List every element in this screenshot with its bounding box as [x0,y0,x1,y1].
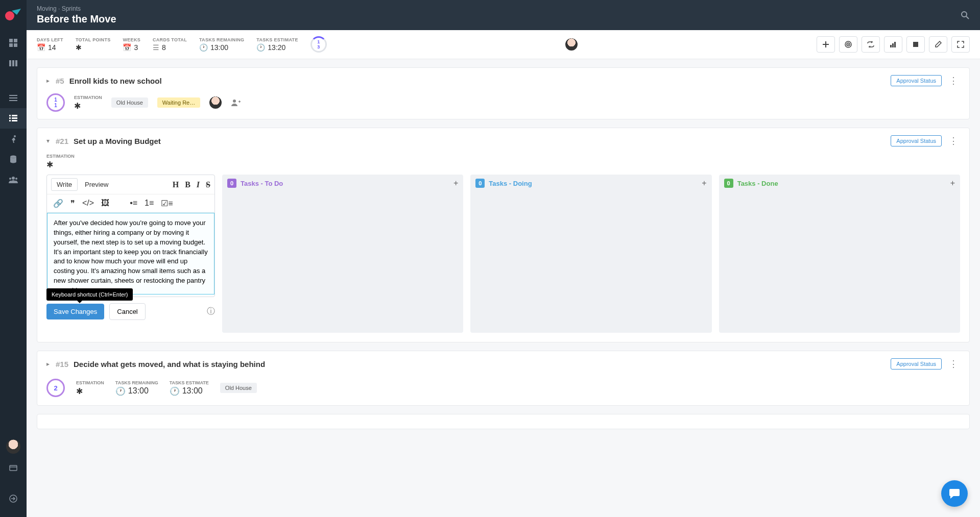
checklist-icon[interactable]: ☑≡ [161,199,173,208]
strikethrough-icon[interactable]: S [206,180,210,189]
chevron-right-icon[interactable]: ▸ [46,360,50,367]
code-icon[interactable]: </> [82,199,94,208]
stats-bar: DAYS LEFT 📅14 TOTAL POINTS ✱ WEEKS 📅3 CA… [27,30,980,59]
svg-rect-35 [913,42,918,47]
svg-rect-7 [15,60,17,66]
tab-preview[interactable]: Preview [80,179,113,190]
italic-icon[interactable]: I [197,180,200,189]
card-title[interactable]: Set up a Moving Budget [74,137,161,145]
progress-ring: 1 3 [310,36,327,53]
clock-icon: 🕐 [170,386,180,396]
tab-write[interactable]: Write [51,178,78,191]
svg-rect-16 [12,120,17,121]
ordered-list-icon[interactable]: 1≡ [145,199,154,208]
stat-tasks-estimate: TASKS ESTIMATE 🕐13:20 [256,37,298,52]
description-textarea[interactable] [47,213,214,294]
estimation-label: ESTIMATION [74,95,102,100]
card-number: #5 [56,77,64,85]
assignee-avatar[interactable] [564,37,579,52]
svg-point-0 [5,11,14,20]
column-todo: 0 Tasks - To Do + [222,175,463,333]
breadcrumb[interactable]: Moving · Sprints [37,5,116,12]
assignee-avatar[interactable] [209,96,222,109]
estimation-label: ESTIMATION [46,154,960,159]
estimation-value: ✱ [46,160,960,169]
image-icon[interactable]: 🖼 [101,199,109,208]
svg-point-21 [15,178,17,180]
stat-total-points: TOTAL POINTS ✱ [76,37,111,52]
approval-status-button[interactable]: Approval Status [891,358,942,370]
clock-icon: 🕐 [199,43,208,52]
bold-icon[interactable]: B [185,180,190,189]
nav-menu-icon[interactable] [0,88,27,108]
nav-team-icon[interactable] [0,169,27,190]
content-area: ▸ #5 Enroll kids to new school Approval … [27,59,980,517]
app-logo[interactable] [3,4,23,24]
chevron-down-icon[interactable]: ▾ [46,137,50,144]
add-button[interactable] [817,36,835,53]
kanban-columns: 0 Tasks - To Do + 0 Tasks - Doing + [222,175,960,333]
svg-rect-11 [9,115,11,116]
page-title: Before the Move [37,13,116,25]
done-count: 0 [724,179,733,188]
card-title[interactable]: Enroll kids to new school [69,77,162,85]
link-icon[interactable]: 🔗 [53,199,63,208]
add-person-icon[interactable] [231,99,241,106]
edit-icon[interactable] [929,36,947,53]
description-editor: Write Preview H B I S [46,175,215,297]
svg-rect-9 [9,97,17,99]
chevron-right-icon[interactable]: ▸ [46,77,50,84]
add-task-icon[interactable]: + [453,179,458,188]
card-enroll-kids: ▸ #5 Enroll kids to new school Approval … [37,67,970,119]
help-icon[interactable]: ⓘ [207,306,215,317]
approval-status-button[interactable]: Approval Status [891,135,942,146]
svg-point-19 [12,177,15,180]
add-task-icon[interactable]: + [950,179,955,188]
svg-rect-22 [10,465,17,471]
tag-old-house[interactable]: Old House [220,383,257,393]
calendar-icon: 📅 [123,43,131,52]
cancel-button[interactable]: Cancel [109,303,145,320]
bullet-list-icon[interactable]: •≡ [130,199,137,208]
card-title[interactable]: Decide what gets moved, and what is stay… [74,360,265,368]
estimation-value: ✱ [74,101,102,111]
nav-card-icon[interactable] [0,458,27,478]
tag-waiting[interactable]: Waiting Re… [157,97,200,108]
svg-rect-3 [9,43,13,47]
add-task-icon[interactable]: + [702,179,706,188]
svg-rect-6 [12,60,14,66]
chat-fab[interactable] [941,480,968,507]
nav-list-icon[interactable] [0,108,27,129]
svg-rect-12 [12,115,17,116]
card-placeholder [37,414,970,429]
save-button[interactable]: Save Changes [46,304,104,319]
nav-boards-icon[interactable] [0,53,27,73]
search-icon[interactable] [961,11,970,20]
nav-dashboard-icon[interactable] [0,33,27,53]
nav-database-icon[interactable] [0,149,27,169]
heading-icon[interactable]: H [173,180,179,189]
svg-rect-34 [894,42,896,47]
more-icon[interactable]: ⋮ [947,75,960,86]
column-doing: 0 Tasks - Doing + [470,175,711,333]
stat-weeks: WEEKS 📅3 [123,37,140,52]
nav-running-icon[interactable] [0,129,27,149]
tag-old-house[interactable]: Old House [111,97,148,108]
target-icon[interactable] [839,36,857,53]
chart-icon[interactable] [884,36,902,53]
approval-status-button[interactable]: Approval Status [891,75,942,86]
card-moving-budget: ▾ #21 Set up a Moving Budget Approval St… [37,128,970,342]
stop-icon[interactable] [906,36,925,53]
fullscreen-icon[interactable] [951,36,970,53]
list-icon: ☰ [153,43,159,52]
svg-point-36 [233,100,236,103]
more-icon[interactable]: ⋮ [947,135,960,146]
loop-icon[interactable] [862,36,880,53]
user-avatar[interactable] [6,439,20,454]
clock-icon: 🕐 [256,43,265,52]
quote-icon[interactable]: ❞ [70,199,75,208]
save-tooltip: Keyboard shortcut (Ctrl+Enter) [46,288,133,301]
svg-rect-8 [9,95,17,96]
nav-logout-icon[interactable] [0,488,27,509]
more-icon[interactable]: ⋮ [947,358,960,370]
